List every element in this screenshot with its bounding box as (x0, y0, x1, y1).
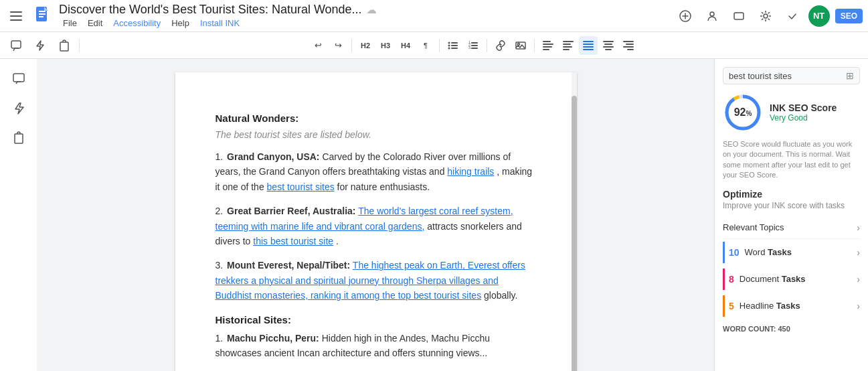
score-section: 92% INK SEO Score Very Good (723, 92, 860, 133)
list-item-4: 1. Machu Picchu, Peru: Hidden high in th… (215, 331, 537, 361)
user-avatar[interactable]: NT (808, 5, 830, 27)
doc-area[interactable]: Natural Wonders: The best tourist sites … (37, 59, 714, 371)
sidebar-comment-icon[interactable] (7, 67, 31, 91)
image-button[interactable] (511, 36, 530, 55)
svg-rect-23 (471, 45, 478, 46)
svg-rect-47 (627, 49, 634, 50)
score-status: Very Good (770, 113, 837, 123)
item-link-1a[interactable]: hiking trails (447, 166, 494, 177)
align-center-button[interactable] (599, 36, 618, 55)
hamburger-button[interactable] (5, 5, 27, 27)
toolbar-icon-4[interactable] (755, 5, 776, 27)
svg-rect-35 (563, 49, 570, 50)
sidebar-clipboard-icon[interactable] (7, 126, 31, 150)
item-link-3b[interactable]: top best tourist sites (398, 290, 482, 301)
score-ring: 92% (723, 92, 763, 133)
menu-file[interactable]: File (59, 17, 81, 29)
align-left-button[interactable] (579, 36, 598, 55)
align-right-button[interactable] (619, 36, 638, 55)
toolbar-separator-2 (351, 39, 352, 52)
svg-rect-0 (10, 11, 22, 13)
svg-rect-43 (605, 49, 612, 50)
svg-rect-39 (583, 49, 594, 50)
menu-edit[interactable]: Edit (84, 17, 106, 29)
svg-rect-31 (543, 49, 549, 50)
commenting-tool[interactable] (5, 35, 27, 56)
word-tasks-row[interactable]: 10 Word Tasks › (729, 242, 860, 263)
normal-button[interactable]: ¶ (416, 36, 435, 55)
sidebar-lightning-icon[interactable] (7, 96, 31, 121)
menu-help[interactable]: Help (167, 17, 193, 29)
word-tasks-chevron: › (857, 247, 860, 258)
score-label-area: INK SEO Score Very Good (770, 102, 837, 123)
toolbar-separator-4 (487, 39, 487, 52)
headline-tasks-label: Headline Tasks (740, 301, 800, 311)
scrollbar-thumb[interactable] (572, 96, 577, 371)
doc-icon (32, 5, 54, 27)
document-tasks-chevron: › (857, 274, 860, 285)
svg-rect-32 (563, 41, 574, 42)
section1-heading: Natural Wonders: (215, 113, 537, 124)
svg-rect-17 (451, 45, 458, 46)
svg-point-16 (448, 44, 450, 46)
bullet-list-button[interactable] (444, 36, 462, 55)
lightning-tool[interactable] (29, 35, 51, 56)
link-button[interactable] (491, 36, 510, 55)
format-btn-1[interactable] (539, 36, 557, 55)
search-input[interactable] (729, 71, 846, 81)
svg-rect-1 (10, 15, 22, 17)
right-panel: ⊞ 92% INK SEO Score Very Good (714, 59, 868, 371)
svg-point-9 (710, 12, 714, 16)
item-link-2b[interactable]: this best tourist site (253, 236, 333, 246)
search-bar[interactable]: ⊞ (723, 67, 860, 84)
word-tasks-count: 10 (729, 247, 740, 258)
item-title-1: Grand Canyon, USA: (227, 151, 319, 162)
scrollbar[interactable] (572, 72, 577, 371)
document-tasks-left: 8 Document Tasks (729, 274, 806, 285)
toolbar-icon-1[interactable] (675, 5, 696, 27)
word-count-label: WORD COUNT: (723, 325, 776, 333)
svg-rect-10 (734, 13, 744, 19)
seo-badge[interactable]: SEO (835, 9, 863, 23)
section2-heading: Historical Sites: (215, 314, 537, 325)
headline-tasks-count: 5 (729, 301, 734, 311)
intro-text: The best tourist sites are listed below. (215, 129, 537, 140)
relevant-topics-label: Relevant Topics (723, 222, 784, 232)
headline-tasks-row[interactable]: 5 Headline Tasks › (729, 295, 860, 317)
svg-rect-46 (623, 46, 634, 48)
relevant-topics-row[interactable]: Relevant Topics › (723, 217, 860, 239)
svg-rect-34 (563, 46, 572, 48)
h3-button[interactable]: H3 (376, 36, 395, 55)
numbered-list-button[interactable]: 1. 2. 3. (464, 36, 483, 55)
item-text-1c: for nature enthusiasts. (337, 181, 430, 192)
undo-button[interactable]: ↩ (309, 36, 327, 55)
headline-tasks-chevron: › (857, 301, 860, 311)
search-icon[interactable]: ⊞ (846, 70, 854, 81)
clipboard-tool[interactable] (54, 35, 75, 56)
h2-button[interactable]: H2 (356, 36, 375, 55)
svg-rect-29 (543, 44, 553, 45)
document-tasks-row[interactable]: 8 Document Tasks › (729, 269, 860, 290)
item-title-3: Mount Everest, Nepal/Tibet: (227, 260, 350, 271)
top-bar-right: NT SEO (675, 5, 863, 27)
toolbar-icon-5[interactable] (782, 5, 803, 27)
svg-rect-49 (15, 134, 23, 143)
menu-accessibility[interactable]: Accessibility (109, 17, 165, 29)
svg-point-11 (764, 14, 768, 18)
menu-install-ink[interactable]: Install INK (196, 17, 244, 29)
svg-rect-33 (563, 44, 571, 45)
toolbar-icon-2[interactable] (701, 5, 723, 27)
word-tasks-left: 10 Word Tasks (729, 247, 792, 258)
svg-rect-40 (603, 41, 614, 42)
document-tasks-label: Document Tasks (740, 274, 806, 284)
format-btn-2[interactable] (559, 36, 578, 55)
item-link-1b[interactable]: best tourist sites (267, 181, 335, 192)
h4-button[interactable]: H4 (396, 36, 415, 55)
score-number: 92% (734, 106, 752, 119)
redo-button[interactable]: ↪ (329, 36, 347, 55)
svg-rect-45 (626, 44, 634, 45)
svg-point-14 (448, 42, 450, 44)
svg-rect-38 (583, 46, 594, 48)
toolbar-icon-3[interactable] (728, 5, 750, 27)
cloud-icon: ☁ (366, 3, 377, 16)
